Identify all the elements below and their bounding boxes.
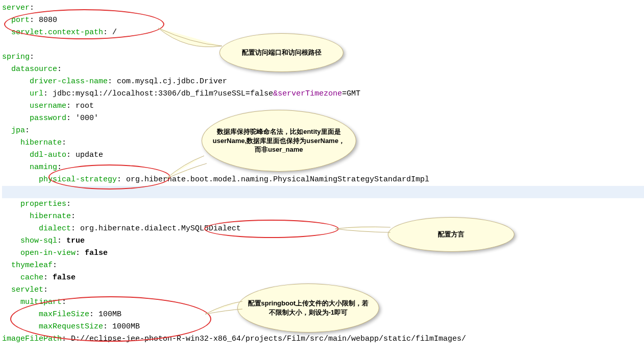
callout-multipart: 配置springboot上传文件的大小限制，若不限制大小，则设为-1即可 — [237, 283, 379, 333]
highlight-circle-2 — [48, 164, 170, 190]
highlight-circle-4 — [10, 296, 211, 342]
highlight-circle-1 — [4, 9, 164, 39]
callout-port: 配置访问端口和访问根路径 — [219, 33, 343, 72]
callout-dialect: 配置方言 — [388, 217, 514, 252]
callout-naming: 数据库保持驼峰命名法，比如entity里面是userName,数据库里面也保持为… — [202, 110, 356, 172]
highlight-circle-3 — [204, 220, 339, 238]
